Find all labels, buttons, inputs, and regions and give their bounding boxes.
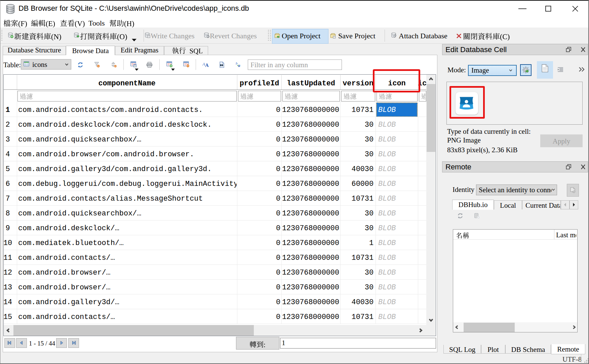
svg-text:a: a — [238, 63, 240, 68]
svg-text:b: b — [236, 62, 238, 65]
svg-text:A: A — [205, 63, 209, 68]
svg-text:A: A — [202, 62, 205, 67]
